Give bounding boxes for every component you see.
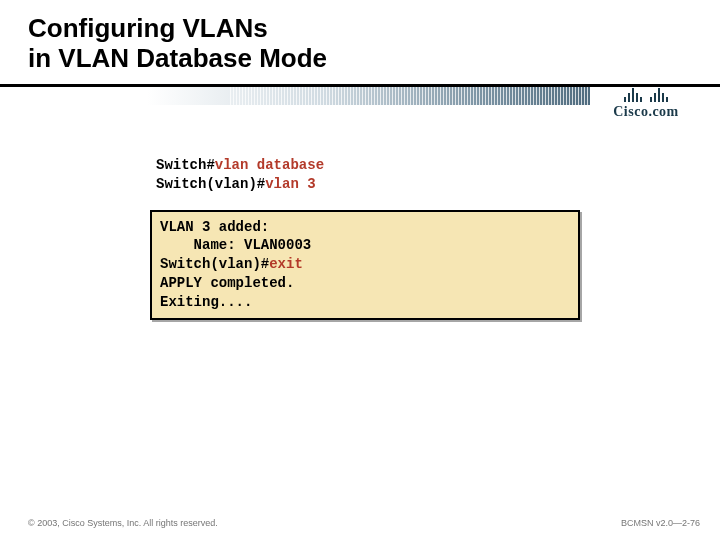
copyright-text: © 2003, Cisco Systems, Inc. All rights r…: [28, 518, 218, 528]
cmd2-prompt: Switch(vlan)#: [156, 176, 265, 192]
slide-number: BCMSN v2.0—2-76: [621, 518, 700, 528]
cmd1-prompt: Switch#: [156, 157, 215, 173]
title-line-1: Configuring VLANs: [28, 14, 720, 44]
out-command: exit: [269, 256, 303, 272]
out-prompt: Switch(vlan)#: [160, 256, 269, 272]
cmd1-command: vlan database: [215, 157, 324, 173]
header-divider: Cisco.com: [0, 84, 720, 106]
cmd2-command: vlan 3: [265, 176, 315, 192]
output-block: VLAN 3 added: Name: VLAN0003 Switch(vlan…: [150, 210, 580, 320]
terminal-content: Switch#vlan database Switch(vlan)#vlan 3…: [150, 154, 580, 320]
title-line-2: in VLAN Database Mode: [28, 44, 720, 74]
cisco-logo-text: Cisco.com: [590, 104, 702, 120]
out-line2: Name: VLAN0003: [160, 237, 311, 253]
out-line5: Exiting....: [160, 294, 252, 310]
footer: © 2003, Cisco Systems, Inc. All rights r…: [28, 518, 700, 528]
slide-title: Configuring VLANs in VLAN Database Mode: [0, 0, 720, 82]
out-line1: VLAN 3 added:: [160, 219, 269, 235]
cisco-logo-bars: [590, 84, 702, 102]
command-block: Switch#vlan database Switch(vlan)#vlan 3: [150, 154, 580, 196]
out-line4: APPLY completed.: [160, 275, 294, 291]
cisco-logo: Cisco.com: [590, 84, 702, 124]
divider-stripes: [230, 87, 590, 105]
